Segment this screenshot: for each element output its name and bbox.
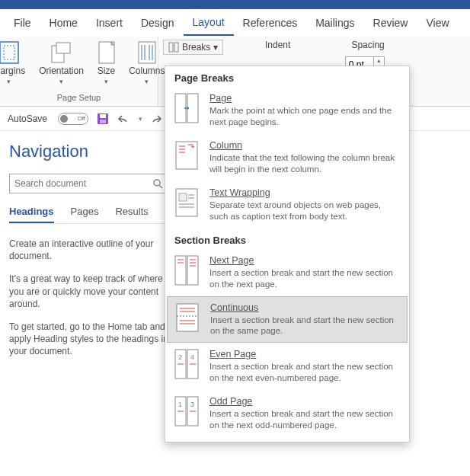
menu-bar: File Home Insert Design Layout Reference…	[0, 9, 470, 37]
tab-results[interactable]: Results	[115, 206, 148, 223]
nav-tabs: Headings Pages Results	[9, 206, 174, 224]
search-icon[interactable]	[152, 178, 163, 189]
nav-body: Create an interactive outline of your do…	[9, 238, 174, 358]
break-text-wrapping-title: Text Wrapping	[209, 187, 400, 198]
navigation-title: Navigation	[9, 142, 174, 161]
svg-line-16	[159, 185, 162, 188]
save-icon	[96, 112, 110, 126]
column-break-icon	[174, 140, 199, 171]
svg-text:2: 2	[178, 353, 182, 361]
autosave-toggle[interactable]: Off	[58, 113, 88, 125]
chevron-down-icon[interactable]: ▾	[139, 115, 142, 123]
spacing-label: Spacing	[351, 40, 384, 50]
break-text-wrapping[interactable]: Text Wrapping Separate text around objec…	[165, 181, 409, 228]
nav-help-text-2: It's a great way to keep track of where …	[9, 273, 174, 310]
svg-rect-36	[177, 304, 198, 331]
break-next-page-title: Next Page	[209, 255, 400, 266]
redo-icon	[150, 113, 164, 125]
svg-text:1: 1	[178, 401, 182, 408]
tab-pages[interactable]: Pages	[71, 206, 99, 223]
breaks-label: Breaks	[182, 42, 210, 53]
svg-rect-11	[174, 43, 178, 52]
break-page-title: Page	[209, 93, 400, 104]
svg-rect-10	[169, 43, 173, 52]
menu-insert[interactable]: Insert	[87, 11, 132, 35]
menu-references[interactable]: References	[234, 11, 307, 35]
svg-rect-3	[56, 43, 70, 53]
menu-view[interactable]: View	[417, 11, 458, 35]
size-button[interactable]: Size ▾	[94, 40, 118, 87]
svg-rect-29	[175, 256, 186, 285]
undo-button[interactable]	[117, 113, 131, 125]
page-break-icon	[174, 93, 199, 123]
break-even-page-title: Even Page	[209, 349, 400, 359]
break-even-page[interactable]: 24 Even Page Insert a section break and …	[165, 343, 409, 390]
svg-rect-14	[100, 120, 106, 123]
break-continuous-desc: Insert a section break and start the new…	[210, 315, 399, 337]
page-breaks-section-header: Page Breaks	[165, 66, 409, 87]
break-odd-page[interactable]: 13 Odd Page Insert a section break and s…	[165, 390, 409, 437]
columns-icon	[138, 41, 156, 64]
size-icon	[98, 41, 115, 64]
spinner-up-icon[interactable]: ▲	[374, 57, 384, 65]
save-button[interactable]	[96, 112, 110, 126]
margins-icon	[0, 41, 19, 64]
menu-design[interactable]: Design	[132, 11, 184, 35]
indent-label: Indent	[265, 40, 290, 50]
svg-rect-17	[175, 94, 186, 123]
autosave-label: AutoSave	[8, 113, 47, 124]
chevron-down-icon: ▾	[59, 78, 63, 85]
chevron-down-icon: ▾	[145, 78, 149, 85]
menu-mailings[interactable]: Mailings	[306, 11, 363, 35]
break-column[interactable]: Column Indicate that the text following …	[165, 134, 409, 181]
break-next-page[interactable]: Next Page Insert a section break and sta…	[165, 249, 409, 296]
odd-page-icon: 13	[174, 396, 199, 426]
chevron-down-icon: ▾	[104, 78, 108, 85]
even-page-icon: 24	[174, 349, 199, 379]
nav-help-text-3: To get started, go to the Home tab and a…	[9, 321, 174, 358]
break-odd-page-title: Odd Page	[209, 396, 400, 407]
menu-home[interactable]: Home	[40, 11, 87, 35]
toggle-knob-icon	[60, 115, 68, 123]
title-bar	[0, 0, 470, 9]
text-wrapping-icon	[174, 187, 199, 218]
menu-file[interactable]: File	[5, 11, 40, 35]
svg-rect-5	[139, 42, 155, 63]
svg-text:3: 3	[190, 401, 194, 408]
svg-rect-24	[179, 193, 187, 201]
break-next-page-desc: Insert a section break and start the new…	[209, 267, 400, 290]
undo-icon	[117, 113, 131, 125]
menu-review[interactable]: Review	[364, 11, 417, 35]
svg-point-15	[154, 180, 160, 186]
search-box[interactable]: ▾	[9, 174, 174, 193]
svg-rect-23	[176, 189, 197, 216]
next-page-icon	[174, 255, 199, 286]
chevron-down-icon: ▾	[7, 78, 11, 85]
search-input[interactable]	[14, 178, 152, 189]
continuous-icon	[175, 302, 200, 333]
tab-headings[interactable]: Headings	[9, 206, 54, 223]
page-setup-caption: Page Setup	[57, 93, 101, 104]
margins-button[interactable]: Margins ▾	[0, 40, 28, 87]
orientation-icon	[50, 41, 72, 64]
break-text-wrapping-desc: Separate text around objects on web page…	[209, 200, 400, 222]
svg-rect-30	[187, 256, 198, 285]
navigation-panel: Navigation ▾ Headings Pages Results Crea…	[0, 131, 183, 379]
section-breaks-section-header: Section Breaks	[165, 228, 409, 249]
breaks-button[interactable]: Breaks ▾	[163, 40, 223, 55]
break-page[interactable]: Page Mark the point at which one page en…	[165, 87, 409, 134]
orientation-button[interactable]: Orientation ▾	[36, 40, 87, 87]
break-column-desc: Indicate that the text following the col…	[209, 152, 400, 175]
redo-button[interactable]	[150, 113, 164, 125]
break-column-title: Column	[209, 140, 400, 151]
margins-label: Margins	[0, 65, 25, 76]
break-continuous[interactable]: Continuous Insert a section break and st…	[167, 296, 408, 343]
svg-rect-1	[4, 46, 14, 59]
svg-rect-0	[0, 42, 18, 63]
page-setup-group: Margins ▾ Orientation ▾ Size ▾ Columns ▾…	[0, 37, 158, 106]
orientation-label: Orientation	[39, 65, 84, 76]
menu-layout[interactable]: Layout	[184, 10, 234, 36]
nav-help-text-1: Create an interactive outline of your do…	[9, 238, 174, 262]
break-continuous-title: Continuous	[210, 302, 399, 313]
break-odd-page-desc: Insert a section break and start the new…	[209, 408, 400, 431]
